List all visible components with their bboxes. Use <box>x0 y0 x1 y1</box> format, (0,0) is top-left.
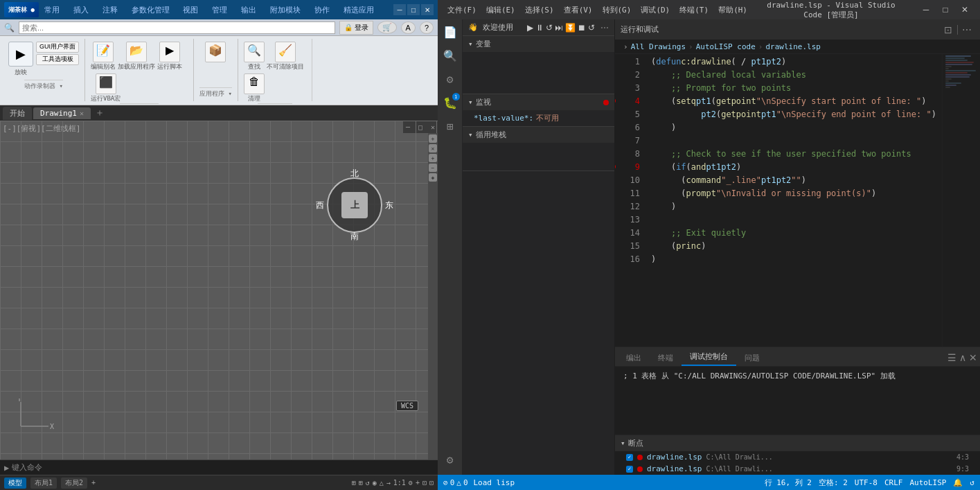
ac-scroll-btn5[interactable]: ◈ <box>429 173 437 182</box>
vsc-callstack-header[interactable]: ▾ 循用堆栈 <box>463 127 614 143</box>
ac-arrow-icon[interactable]: → <box>386 479 391 487</box>
vsc-panel-up-btn[interactable]: ∧ <box>959 352 966 363</box>
ac-login-btn[interactable]: 🔒 登录 <box>339 21 373 35</box>
ac-polar-icon[interactable]: △ <box>380 479 384 487</box>
ac-run-script-btn[interactable]: ▶ <box>159 42 180 62</box>
ac-load-app-btn[interactable]: 📂 <box>126 42 147 62</box>
vsc-spaces-label[interactable]: 空格: 2 <box>819 478 848 488</box>
ac-search-input[interactable] <box>19 21 335 34</box>
vsc-position-label[interactable]: 行 16, 列 2 <box>765 478 812 488</box>
ac-help-btn[interactable]: ? <box>420 21 434 34</box>
vsc-sync-icon[interactable]: ↺ <box>970 478 974 487</box>
vsc-breakpoints-header[interactable]: ▾ 断点 <box>615 435 980 451</box>
ac-find-btn[interactable]: 🔍 <box>244 42 265 62</box>
ac-minimize-btn[interactable]: ─ <box>393 4 406 15</box>
vsc-language-label[interactable]: AutoLISP <box>909 478 946 487</box>
vsc-tab-terminal[interactable]: 终端 <box>650 350 681 366</box>
ac-model-tab[interactable]: 模型 <box>4 478 26 489</box>
ac-app-btn1[interactable]: 📦 <box>205 42 226 62</box>
vsc-menu-select[interactable]: 选择(S) <box>521 3 558 17</box>
vsc-menu-terminal[interactable]: 终端(T) <box>675 3 713 17</box>
ac-font-btn[interactable]: A <box>401 21 416 34</box>
vsc-status-errors[interactable]: ⊘ 0 △ 0 <box>443 478 468 487</box>
vsc-menu-goto[interactable]: 转到(G) <box>598 3 636 17</box>
compass-center-btn[interactable]: 上 <box>341 192 368 218</box>
ac-tab-close-icon[interactable]: ✕ <box>80 110 84 117</box>
ac-clean-btn[interactable]: 🗑 <box>244 73 265 94</box>
ac-tab-start[interactable]: 开始 <box>3 107 32 120</box>
ac-layout1-tab[interactable]: 布局1 <box>30 478 57 489</box>
vsc-restart-btn[interactable]: ⏹ <box>578 23 586 33</box>
vsc-toolbar-layout-btn[interactable]: ⊡ <box>941 22 956 37</box>
vsc-activity-search[interactable]: 🔍 <box>440 46 460 65</box>
ac-scrollbar-v[interactable]: + ✕ + − ◈ <box>428 133 438 460</box>
vsc-breadcrumb-all-drawings[interactable]: All Drawings <box>631 42 686 51</box>
ac-add-layout-btn[interactable]: + <box>91 479 96 487</box>
ac-scroll-up-btn[interactable]: + <box>429 134 437 143</box>
ac-grid-icon[interactable]: ⊞ <box>352 479 356 487</box>
ac-cmd-input[interactable] <box>45 464 434 472</box>
vsc-sidebar-collapse-btn[interactable]: ⋯ <box>600 23 609 33</box>
vsc-watch-item-value: 不可用 <box>536 113 559 123</box>
ac-ortho-icon[interactable]: ◉ <box>373 479 377 487</box>
vsc-tab-output[interactable]: 编出 <box>618 350 650 366</box>
vsc-activity-gear[interactable]: ⚙ <box>440 450 460 469</box>
vsc-breadcrumb-autolisp-code[interactable]: AutoLISP code <box>696 42 756 51</box>
vsc-toolbar-more-btn[interactable]: ⋯ <box>959 22 974 37</box>
ac-tab-drawing1[interactable]: Drawing1 ✕ <box>33 107 91 119</box>
vsc-activity-explorer[interactable]: 📄 <box>440 22 460 42</box>
vsc-menu-debug[interactable]: 调试(D) <box>636 3 674 17</box>
ac-grid <box>0 121 438 460</box>
ac-settings-icon[interactable]: ⚙ <box>409 479 413 487</box>
vsc-watch-header[interactable]: ▾ 监视 <box>463 94 614 110</box>
vsc-tab-problems[interactable]: 问题 <box>736 350 768 366</box>
vsc-continue-btn[interactable]: ▶ <box>527 23 533 33</box>
vsc-load-lisp-btn[interactable]: Load lisp <box>474 478 515 487</box>
ac-scroll-btn3[interactable]: + <box>429 154 437 162</box>
vsc-pause-btn[interactable]: ⏸ <box>535 23 544 33</box>
ac-layout2-tab[interactable]: 布局2 <box>61 478 87 489</box>
vsc-line-ending-label[interactable]: CRLF <box>884 478 903 487</box>
vsc-stepover-btn[interactable]: ↺ <box>546 23 553 33</box>
vsc-activity-extensions[interactable]: ⊞ <box>440 116 460 136</box>
vsc-tab-debug-console[interactable]: 调试控制台 <box>681 349 736 366</box>
vsc-variables-header[interactable]: ▾ 变量 <box>463 36 614 52</box>
vsc-panel-layout-btn[interactable]: ☰ <box>947 352 956 363</box>
ac-snap-icon[interactable]: ⊞ <box>359 479 363 487</box>
vsc-breadcrumb-drawline[interactable]: drawline.lsp <box>765 42 820 51</box>
ac-close-btn[interactable]: ✕ <box>421 4 434 15</box>
ac-vba-btn[interactable]: ⬛ <box>96 73 116 94</box>
ac-maximize-btn[interactable]: □ <box>407 4 420 15</box>
ac-tools-btn[interactable]: 工具选项板 <box>36 54 79 65</box>
vsc-minimize-btn[interactable]: ─ <box>916 0 936 19</box>
vsc-statusbar: ⊘ 0 △ 0 Load lisp 行 16, 列 2 空格: 2 UTF-8 … <box>438 475 980 490</box>
ac-purge-btn[interactable]: 🧹 <box>275 42 296 62</box>
ac-play-btn[interactable]: ▶ <box>8 42 33 67</box>
vsc-menu-file[interactable]: 文件(F) <box>443 3 481 17</box>
ac-zoom2-icon[interactable]: ⊡ <box>429 479 434 487</box>
ac-new-tab-btn[interactable]: ＋ <box>92 107 107 119</box>
ac-zoom1-icon[interactable]: ⊡ <box>422 479 427 487</box>
ac-edit-alias-btn[interactable]: 📝 <box>93 42 114 62</box>
ac-rotate-icon[interactable]: ↺ <box>366 479 370 487</box>
vsc-stepout-btn[interactable]: ⏬ <box>565 23 576 33</box>
vsc-stepinto-btn[interactable]: ⏭ <box>555 23 563 33</box>
vsc-panel-close-btn[interactable]: ✕ <box>969 352 977 363</box>
vsc-activity-debug[interactable]: 🐛 1 <box>440 93 460 112</box>
vsc-close-btn[interactable]: ✕ <box>955 0 974 19</box>
vsc-menu-help[interactable]: 帮助(H) <box>714 3 751 17</box>
ac-scroll-btn4[interactable]: − <box>429 164 437 172</box>
vsc-maximize-btn[interactable]: □ <box>936 0 955 19</box>
vsc-stop-btn[interactable]: ↺ <box>588 23 595 33</box>
vsc-menu-view[interactable]: 查看(V) <box>560 3 597 17</box>
ac-plus-icon[interactable]: + <box>416 479 420 487</box>
vsc-code-container[interactable]: 1 2 3 4 5 6 7 8 <box>615 54 942 347</box>
vsc-encoding-label[interactable]: UTF-8 <box>855 478 877 487</box>
ac-scroll-btn2[interactable]: ✕ <box>429 144 437 152</box>
vsc-menu-edit[interactable]: 编辑(E) <box>482 3 519 17</box>
ac-cart-btn[interactable]: 🛒 <box>377 21 397 34</box>
vsc-activity-scm[interactable]: ⚙ <box>440 69 460 89</box>
ac-gui-btn[interactable]: GUI用户界面 <box>36 42 79 53</box>
ac-edit-alias-label: 编辑别名 <box>91 62 116 71</box>
vsc-feedback-icon[interactable]: 🔔 <box>953 478 963 487</box>
